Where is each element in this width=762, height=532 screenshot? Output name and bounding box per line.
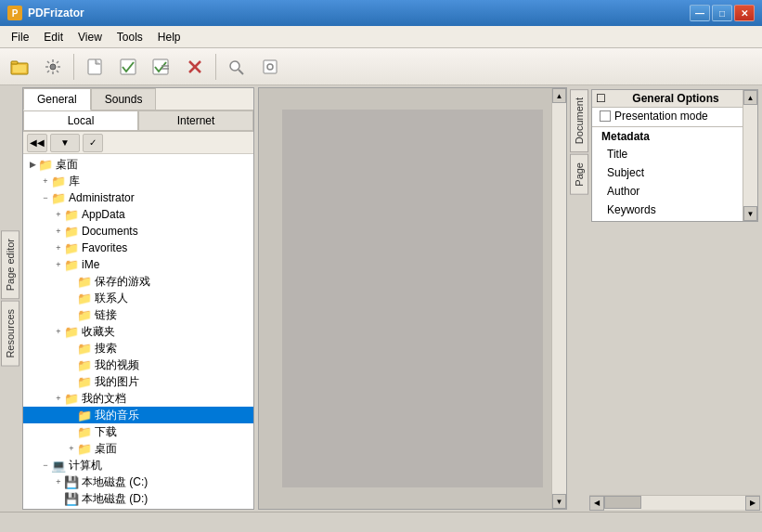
title-bar-left: P PDFrizator	[7, 6, 84, 20]
tree-item-saved-games[interactable]: 📁 保存的游戏	[23, 273, 253, 290]
search-button[interactable]	[221, 52, 252, 82]
folder-icon: 📁	[51, 191, 66, 204]
app-icon: P	[7, 6, 22, 20]
scroll-down-arrow[interactable]: ▼	[552, 494, 566, 509]
hs-right-arrow[interactable]: ▶	[745, 496, 760, 511]
tree-item-downloads[interactable]: 📁 下载	[23, 423, 253, 440]
rp-scroll-down[interactable]: ▼	[743, 206, 757, 221]
nav-back-button[interactable]: ◀◀	[27, 134, 47, 152]
tree-item-ime[interactable]: + 📁 iMe	[23, 256, 253, 273]
tree-item-search[interactable]: 📁 搜索	[23, 340, 253, 357]
document-tab[interactable]: Document	[570, 89, 588, 152]
tree-item-desktop1[interactable]: ▶ 📁 桌面	[23, 156, 253, 173]
tree-label: 我的视频	[95, 357, 139, 373]
expand-icon: −	[40, 193, 51, 202]
new-button[interactable]	[79, 52, 110, 82]
tab-general[interactable]: General	[23, 88, 91, 110]
svg-rect-2	[13, 65, 26, 72]
separator-2	[215, 54, 216, 80]
folder-icon: 📁	[64, 392, 79, 405]
folder-icon: 📁	[77, 375, 92, 388]
local-tab[interactable]: Local	[23, 110, 138, 131]
tree-item-disk-c[interactable]: + 💾 本地磁盘 (C:)	[23, 474, 253, 490]
svg-line-12	[239, 70, 243, 74]
tree-item-videos[interactable]: 📁 我的视频	[23, 357, 253, 373]
scroll-up-arrow[interactable]: ▲	[552, 88, 566, 103]
metadata-keywords[interactable]: Keywords	[592, 201, 757, 219]
resources-tab[interactable]: Resources	[1, 301, 19, 367]
export-button[interactable]	[254, 52, 286, 82]
tree-label: 保存的游戏	[95, 274, 150, 290]
panel-close-icon[interactable]: ☐	[596, 92, 606, 105]
right-panel-scrollbar[interactable]: ▲ ▼	[743, 90, 757, 221]
menu-tools[interactable]: Tools	[110, 29, 150, 45]
file-tree[interactable]: ▶ 📁 桌面 + 📁 库 − 📁 Administrator + 📁 AppDa…	[23, 154, 253, 509]
tree-item-appdata[interactable]: + 📁 AppData	[23, 206, 253, 223]
metadata-title[interactable]: Title	[592, 145, 757, 163]
menu-bar: File Edit View Tools Help	[0, 26, 762, 48]
folder-icon: 📁	[77, 342, 92, 355]
checklist-button[interactable]	[146, 52, 177, 82]
minimize-button[interactable]: —	[690, 5, 710, 21]
disk-icon: 💾	[64, 475, 79, 488]
hs-left-arrow[interactable]: ◀	[589, 496, 604, 511]
preview-canvas	[282, 110, 543, 488]
right-panel-hscrollbar[interactable]: ◀ ▶	[589, 495, 760, 510]
panel-title: General Options	[632, 92, 718, 105]
presentation-checkbox[interactable]	[600, 110, 611, 122]
presentation-mode-label: Presentation mode	[614, 110, 708, 123]
expand-icon: +	[53, 394, 64, 403]
tree-item-administrator[interactable]: − 📁 Administrator	[23, 189, 253, 206]
internet-tab[interactable]: Internet	[138, 110, 253, 131]
tree-item-computer[interactable]: − 💻 计算机	[23, 457, 253, 474]
page-editor-tab[interactable]: Page editor	[1, 230, 19, 299]
page-tab[interactable]: Page	[570, 154, 588, 195]
nav-dropdown-button[interactable]: ▼	[50, 134, 80, 152]
tree-item-links[interactable]: 📁 链接	[23, 306, 253, 323]
folder-icon: 📁	[77, 292, 92, 305]
metadata-subject[interactable]: Subject	[592, 163, 757, 182]
tree-item-my-music[interactable]: 📁 我的音乐	[23, 407, 253, 423]
tree-item-desktop-sub[interactable]: + 📁 桌面	[23, 440, 253, 457]
folder-icon: 📁	[64, 225, 79, 238]
tree-item-bookmarks[interactable]: + 📁 收藏夹	[23, 323, 253, 340]
scroll-track[interactable]	[552, 103, 566, 494]
tree-item-favorites[interactable]: + 📁 Favorites	[23, 240, 253, 256]
preview-scrollbar[interactable]: ▲ ▼	[551, 88, 566, 509]
nav-confirm-button[interactable]: ✓	[83, 134, 103, 152]
svg-point-11	[230, 61, 239, 71]
tree-label: Documents	[82, 225, 138, 238]
tree-item-documents[interactable]: + 📁 Documents	[23, 223, 253, 240]
right-options-panel: ☐ General Options ✕ Presentation mode Me…	[591, 89, 758, 222]
hs-track[interactable]	[604, 496, 745, 510]
rp-scroll-track[interactable]	[743, 105, 757, 206]
settings-button[interactable]	[37, 52, 69, 82]
window-controls[interactable]: — □ ✕	[690, 5, 755, 21]
open-folder-button[interactable]	[4, 52, 35, 82]
hs-thumb[interactable]	[604, 496, 641, 509]
menu-file[interactable]: File	[4, 29, 36, 45]
tree-item-disk-d[interactable]: 💾 本地磁盘 (D:)	[23, 490, 253, 507]
delete-button[interactable]	[179, 52, 211, 82]
menu-edit[interactable]: Edit	[36, 29, 71, 45]
tree-label: 桌面	[56, 157, 78, 173]
metadata-heading: Metadata	[598, 128, 653, 146]
menu-help[interactable]: Help	[150, 29, 188, 45]
tree-item-contacts[interactable]: 📁 联系人	[23, 290, 253, 306]
tree-item-pictures[interactable]: 📁 我的图片	[23, 373, 253, 390]
tree-label: 链接	[95, 307, 117, 323]
close-button[interactable]: ✕	[734, 5, 755, 21]
tree-label: AppData	[82, 208, 125, 221]
rp-scroll-up[interactable]: ▲	[743, 90, 757, 105]
tree-item-my-docs[interactable]: + 📁 我的文档	[23, 390, 253, 407]
metadata-author[interactable]: Author	[592, 182, 757, 201]
nav-toolbar: ◀◀ ▼ ✓	[23, 132, 253, 154]
maximize-button[interactable]: □	[712, 5, 732, 21]
tree-label: 收藏夹	[82, 324, 115, 340]
toolbar	[0, 48, 762, 85]
tree-item-library[interactable]: + 📁 库	[23, 173, 253, 189]
checkmark-button[interactable]	[112, 52, 144, 82]
tab-sounds[interactable]: Sounds	[91, 88, 157, 110]
menu-view[interactable]: View	[71, 29, 110, 45]
folder-icon: 📁	[64, 258, 79, 271]
